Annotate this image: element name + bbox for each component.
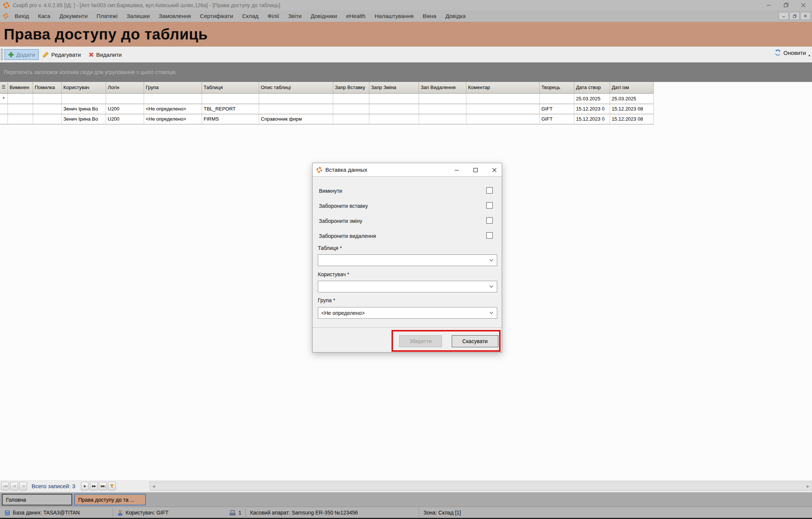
menu-item-directories[interactable]: Довідники [306,13,341,19]
dialog-close-icon[interactable] [490,165,499,174]
app-window: Скарб pro v. 4.0.2.85 [ІД: ] - [Апт №003… [0,0,812,519]
menu-item-windows[interactable]: Вікна [418,13,441,19]
checkbox-deny-update[interactable] [486,217,493,224]
checkbox-disable[interactable] [486,187,493,194]
dialog-minimize-icon[interactable] [452,165,461,174]
group-field-label: Група * [318,297,335,303]
column-header[interactable]: Помилка [33,82,61,93]
filter-row-marker: * [0,93,8,104]
column-header[interactable]: Таблиця [202,82,259,93]
titlebar: Скарб pro v. 4.0.2.85 [ІД: ] - [Апт №003… [0,0,812,10]
column-header[interactable]: Запр Зміна [369,82,419,93]
chevron-down-icon [489,285,493,288]
menu-item-payments[interactable]: Платежі [92,13,122,19]
filter-modified-cell[interactable]: 25.03.2025 [610,93,653,104]
user-icon [117,510,123,516]
pencil-icon [42,51,49,58]
column-header[interactable]: Запр Вставку [333,82,369,93]
column-header[interactable]: Опис таблиці [259,82,333,93]
chevron-down-icon [489,259,493,262]
scroll-right-icon[interactable]: ▶ [804,484,812,488]
menu-item-exit[interactable]: Вихід [10,13,33,19]
status-terminal-count: 1 [238,510,241,516]
menu-item-certificates[interactable]: Сертифікати [196,13,238,19]
column-header[interactable]: Творець [539,82,574,93]
mdi-minimize-icon[interactable] [779,12,789,20]
prev-record-button[interactable]: ◀ [19,482,27,490]
menu-item-orders[interactable]: Замовлення [154,13,195,19]
table-row[interactable]: Зенич Ірина Во U200 <Не определено> TBL_… [0,104,653,114]
column-header[interactable]: Дата створ [574,82,610,93]
tab-access-rights[interactable]: Права доступу до та ... [74,494,146,505]
records-count-label: Всего записей: 3 [32,483,75,489]
column-header[interactable]: Коментар [466,82,539,93]
scroll-left-icon[interactable]: ◀ [150,484,157,488]
menu-item-kasa[interactable]: Каса [33,13,55,19]
data-grid: Вимкнен Помилка Користувач Логін Група Т… [0,82,653,124]
group-combobox[interactable]: <Не определено> [318,307,497,319]
database-icon [5,510,10,516]
toolbar-grip[interactable] [1,49,3,60]
group-by-bar[interactable]: Перетягніть заголовок колонки сюди для у… [0,62,812,82]
checkbox-label-disable: Вимкнути [319,188,342,194]
menu-item-warehouse[interactable]: Склад [238,13,263,19]
menu-item-ehealth[interactable]: eHealth [341,13,370,19]
grid-corner-icon[interactable] [0,82,8,93]
red-x-icon [88,52,94,57]
refresh-button[interactable]: Оновити [774,49,806,56]
dialog-app-logo-icon [316,167,322,173]
checkbox-deny-delete[interactable] [486,232,493,239]
column-header[interactable]: Логін [106,82,144,93]
dialog-titlebar[interactable]: Вставка данных [313,163,502,177]
status-zone: Зона: Склад [1] [423,510,461,516]
mdi-close-icon[interactable] [800,12,810,20]
last-record-button[interactable]: ▶▶| [99,482,107,490]
menu-item-help[interactable]: Довідка [441,13,470,19]
tab-home[interactable]: Головна [2,494,72,505]
menu-item-documents[interactable]: Документи [55,13,92,19]
plus-icon [8,52,14,57]
next-record-button[interactable]: ▶ [81,482,89,490]
filter-row[interactable]: * 25.03.2025 25.03.2025 [0,93,653,104]
column-header[interactable]: Даті ізм [610,82,653,93]
first-record-button[interactable]: |◀◀ [1,482,9,490]
page-title-band: Права доступу до таблиць [0,22,812,47]
filter-created-cell[interactable]: 25.03.2025 [574,93,610,104]
delete-button[interactable]: Видалити [85,49,126,60]
add-button[interactable]: Додати [5,49,39,60]
dialog-maximize-icon[interactable] [471,165,480,174]
checkbox-label-deny-delete: Заборонити видалення [319,233,376,239]
table-combobox[interactable] [318,254,497,266]
menu-item-settings[interactable]: Налаштування [370,13,418,19]
restore-icon[interactable] [777,0,795,10]
toolbar: Додати Редагувати Видалити Оновити ▼ [0,47,812,62]
horizontal-scrollbar[interactable]: ◀ ▶ [150,481,812,491]
column-header[interactable]: Вимкнен [8,82,33,93]
record-navigator: |◀◀ |◀ ◀ Всего записей: 3 ▶ ▶▶ ▶▶| ◀ ▶ [0,480,812,492]
column-header[interactable]: Користувач [61,82,106,93]
deny-update-cell [369,114,419,124]
checkbox-deny-insert[interactable] [486,202,493,209]
prev-page-button[interactable]: |◀ [10,482,18,490]
insert-data-dialog: Вставка данных Вимкнути Заборонити встав… [312,163,502,353]
disabled-indicator-cell [8,114,33,124]
user-combobox[interactable] [318,281,497,292]
menu-app-icon [3,13,9,19]
menu-item-stock[interactable]: Залишки [122,13,155,19]
dialog-footer-separator [313,327,502,328]
table-row[interactable]: Зенич Ірина Во U200 <Не определено> FIRM… [0,114,653,124]
edit-button[interactable]: Редагувати [39,49,85,60]
filter-button[interactable] [108,482,116,490]
toolbar-overflow-caret[interactable]: ▼ [808,54,811,57]
menu-item-reports[interactable]: Звіти [284,13,306,19]
next-page-button[interactable]: ▶▶ [90,482,98,490]
close-icon[interactable] [795,0,812,10]
deny-delete-cell [419,114,466,124]
column-header[interactable]: Група [144,82,202,93]
minimize-icon[interactable] [760,0,777,10]
column-header[interactable]: Зап Видалення [419,82,466,93]
mdi-restore-icon[interactable] [789,12,800,20]
status-user: Користувач: GIFT [126,510,168,516]
menu-item-branches[interactable]: Філії [263,13,284,19]
refresh-icon [774,49,781,56]
